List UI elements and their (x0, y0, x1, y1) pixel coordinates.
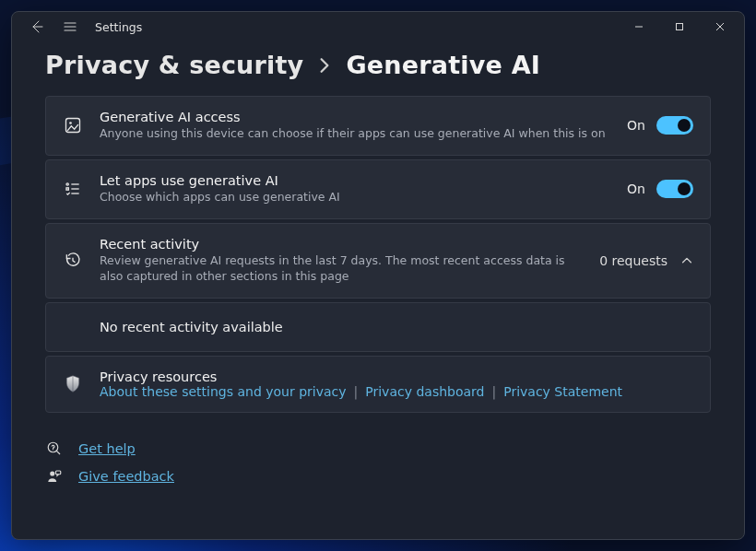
link-privacy-dashboard[interactable]: Privacy dashboard (365, 384, 484, 399)
page-content: Privacy & security Generative AI Generat… (12, 41, 744, 539)
setting-let-apps-use-ai[interactable]: Let apps use generative AI Choose which … (45, 159, 711, 219)
setting-generative-ai-access: Generative AI access Anyone using this d… (45, 96, 711, 156)
get-help-label: Get help (78, 441, 136, 456)
privacy-resources: Privacy resources About these settings a… (45, 356, 711, 413)
divider: | (491, 384, 496, 399)
recent-activity-expander[interactable]: Recent activity Review generative AI req… (45, 223, 711, 299)
minimize-button[interactable] (619, 14, 659, 40)
shield-icon (63, 374, 83, 394)
nav-menu-button[interactable] (54, 14, 86, 40)
divider: | (354, 384, 359, 399)
setting-desc: Review generative AI requests in the las… (100, 253, 583, 285)
toggle-state-label: On (627, 182, 645, 196)
give-feedback-link[interactable]: Give feedback (45, 468, 711, 485)
titlebar: Settings (12, 12, 744, 41)
toggle-state-label: On (627, 118, 645, 133)
toggle-let-apps-use-ai[interactable] (656, 180, 693, 198)
recent-activity-empty: No recent activity available (45, 302, 711, 352)
breadcrumb: Privacy & security Generative AI (45, 51, 711, 79)
chevron-up-icon (680, 254, 693, 267)
link-about-settings-privacy[interactable]: About these settings and your privacy (100, 384, 347, 399)
breadcrumb-current: Generative AI (346, 51, 540, 79)
setting-title: Recent activity (100, 237, 583, 252)
get-help-link[interactable]: Get help (45, 440, 711, 457)
image-sparkle-icon (63, 116, 83, 135)
app-title: Settings (95, 20, 142, 34)
feedback-person-icon (45, 468, 64, 485)
close-button[interactable] (700, 14, 740, 40)
back-button[interactable] (21, 14, 53, 40)
svg-point-7 (50, 471, 54, 475)
svg-rect-0 (677, 24, 683, 30)
recent-activity-count: 0 requests (599, 253, 667, 268)
setting-desc: Anyone using this device can choose if t… (100, 126, 610, 142)
chevron-right-icon (316, 57, 333, 74)
svg-point-2 (69, 123, 72, 125)
maximize-button[interactable] (659, 14, 700, 40)
svg-rect-4 (66, 188, 68, 190)
toggle-generative-ai-access[interactable] (656, 116, 693, 135)
svg-rect-8 (56, 471, 61, 475)
history-icon (63, 252, 83, 270)
breadcrumb-parent[interactable]: Privacy & security (45, 51, 303, 79)
link-privacy-statement[interactable]: Privacy Statement (503, 384, 622, 399)
list-checklist-icon (63, 180, 83, 198)
resources-links: About these settings and your privacy | … (100, 384, 693, 399)
resources-title: Privacy resources (100, 369, 693, 384)
setting-title: Let apps use generative AI (100, 173, 610, 188)
setting-title: Generative AI access (100, 110, 610, 124)
svg-point-3 (66, 183, 68, 185)
help-chat-icon (45, 440, 64, 457)
give-feedback-label: Give feedback (78, 469, 174, 484)
settings-window: Settings Privacy & security Generative A… (11, 11, 745, 540)
setting-desc: Choose which apps can use generative AI (100, 190, 610, 205)
svg-point-6 (53, 449, 53, 450)
